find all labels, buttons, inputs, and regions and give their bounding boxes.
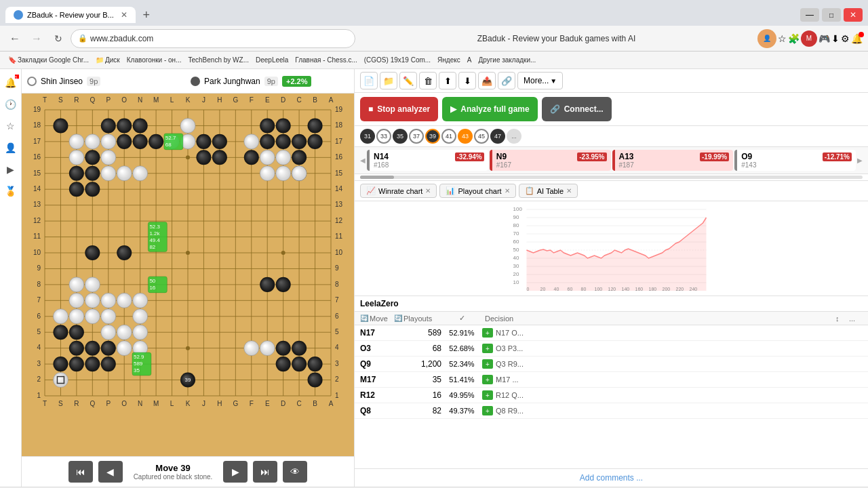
- scroll-track[interactable]: [360, 176, 863, 179]
- download-icon[interactable]: ⬇: [831, 33, 840, 44]
- profile-icon[interactable]: 👤: [757, 29, 776, 48]
- tool-folder-icon[interactable]: 📁: [380, 72, 397, 89]
- reload-button[interactable]: ↻: [49, 29, 68, 48]
- left-sidebar: 🔔1 🕐 ☆ 👤 ▶ 🏅: [0, 69, 22, 487]
- stop-analyzer-button[interactable]: ■ Stop analyzer: [360, 97, 438, 121]
- next-move-button[interactable]: ▶: [223, 461, 248, 483]
- more-button[interactable]: More... ▼: [517, 72, 563, 89]
- playout-chart-tab[interactable]: 📊 Playout chart ✕: [439, 184, 515, 198]
- playout-close-icon[interactable]: ✕: [505, 187, 510, 195]
- scroll-thumb: [360, 176, 394, 179]
- col-header-sort[interactable]: ↕: [835, 314, 849, 323]
- bookmark-8[interactable]: А: [465, 55, 475, 65]
- ai-table-tab[interactable]: 📋 AI Table ✕: [519, 184, 578, 198]
- move-chip-43[interactable]: 43: [458, 129, 473, 144]
- address-bar[interactable]: 🔒 www.zbaduk.com: [71, 29, 355, 48]
- sidebar-badge-icon[interactable]: 🏅: [3, 183, 19, 199]
- connect-button[interactable]: 🔗 Connect...: [542, 97, 612, 121]
- col-header-winrate[interactable]: ✓: [441, 314, 482, 323]
- move-chip-47[interactable]: 47: [490, 129, 505, 144]
- sidebar-history-icon[interactable]: 🕐: [3, 96, 19, 113]
- analysis-card-3[interactable]: O9 -12.71% #143: [734, 150, 856, 171]
- svg-marker-20: [527, 218, 707, 291]
- profile-btn[interactable]: M: [801, 30, 817, 47]
- sidebar-star-icon[interactable]: ☆: [3, 118, 19, 134]
- first-move-button[interactable]: ⏮: [68, 461, 93, 483]
- sidebar-play-icon[interactable]: ▶: [3, 161, 19, 178]
- table-icon: 📋: [525, 186, 534, 195]
- sidebar-bell-icon[interactable]: 🔔1: [3, 75, 19, 91]
- tool-upload-icon[interactable]: ⬆: [439, 72, 456, 89]
- ai-row-4[interactable]: R12 16 49.95% + R12 Q...: [355, 388, 868, 403]
- ai-row-2[interactable]: Q9 1,200 52.34% + Q3 R9...: [355, 357, 868, 372]
- ai-row-3[interactable]: M17 35 51.41% + M17 ...: [355, 372, 868, 388]
- bookmark-5[interactable]: Главная - Chess.c...: [292, 55, 359, 65]
- bookmark-1[interactable]: 📁 Диск: [93, 55, 123, 65]
- row-5-plus[interactable]: +: [482, 406, 493, 415]
- col-header-move[interactable]: 🔄 Move: [360, 314, 394, 323]
- add-comments[interactable]: Add comments ...: [355, 468, 868, 487]
- winrate-chart-tab[interactable]: 📈 Winrate chart ✕: [360, 184, 437, 198]
- row-4-plus[interactable]: +: [482, 390, 493, 400]
- browser-tab[interactable]: ZBaduk - Review your B... ✕: [5, 7, 136, 23]
- analysis-card-2[interactable]: A13 -19.99% #187: [612, 150, 734, 171]
- col-header-extra[interactable]: ...: [849, 314, 863, 323]
- settings-icon[interactable]: ⚙: [841, 33, 850, 44]
- tool-delete-icon[interactable]: 🗑: [419, 72, 437, 89]
- scroll-right-icon[interactable]: ▶: [857, 150, 863, 171]
- move-chip-45[interactable]: 45: [474, 129, 489, 144]
- scroll-left-icon[interactable]: ◀: [360, 150, 366, 171]
- ai-row-0[interactable]: N17 589 52.91% + N17 O...: [355, 325, 868, 341]
- tool-download-icon[interactable]: ⬇: [458, 72, 476, 89]
- bookmark-9[interactable]: Другие закладки...: [475, 55, 538, 65]
- move-chip-more[interactable]: ...: [507, 129, 521, 144]
- bookmark-4[interactable]: DeepLeela: [253, 55, 291, 65]
- bookmark-7[interactable]: Яндекс: [435, 55, 463, 65]
- analyze-full-game-button[interactable]: ▶ Analyze full game: [442, 97, 537, 121]
- tool-edit-icon[interactable]: ✏️: [399, 72, 417, 89]
- move-subtitle: Captured one black stone.: [134, 473, 213, 481]
- analysis-card-0[interactable]: N14 -32.94% #168: [367, 150, 488, 171]
- extensions-icon[interactable]: 🧩: [788, 33, 800, 44]
- winrate-close-icon[interactable]: ✕: [425, 187, 431, 195]
- bookmark-3[interactable]: TechBench by WZ...: [185, 55, 251, 65]
- gamepad-icon[interactable]: 🎮: [818, 33, 830, 44]
- go-board-canvas[interactable]: [28, 94, 347, 416]
- last-move-button[interactable]: ⏭: [253, 461, 277, 483]
- ai-row-5[interactable]: Q8 82 49.37% + Q8 R9...: [355, 403, 868, 419]
- minimize-button[interactable]: —: [800, 8, 819, 22]
- close-button[interactable]: ✕: [844, 8, 863, 22]
- forward-button[interactable]: →: [27, 29, 46, 48]
- back-button[interactable]: ←: [5, 29, 24, 48]
- row-3-plus[interactable]: +: [482, 375, 493, 384]
- move-chip-35[interactable]: 35: [393, 129, 408, 144]
- row-5-move: Q8: [360, 406, 394, 415]
- analysis-card-1[interactable]: N9 -23.95% #167: [490, 150, 611, 171]
- ai-row-1[interactable]: O3 68 52.68% + O3 P3...: [355, 341, 868, 357]
- tool-link-icon[interactable]: 🔗: [498, 72, 515, 89]
- prev-move-button[interactable]: ◀: [98, 461, 123, 483]
- row-2-plus[interactable]: +: [482, 359, 493, 369]
- bookmark-6[interactable]: (CGOS) 19x19 Com...: [361, 55, 433, 65]
- notification-icon[interactable]: 🔔: [851, 33, 863, 44]
- bookmark-star-icon[interactable]: ☆: [778, 33, 787, 44]
- maximize-button[interactable]: □: [822, 8, 841, 22]
- tool-file-icon[interactable]: 📄: [360, 72, 378, 89]
- row-0-plus[interactable]: +: [482, 328, 493, 338]
- ai-table-close-icon[interactable]: ✕: [566, 187, 572, 195]
- bookmark-2[interactable]: Клавогонки - он...: [124, 55, 184, 65]
- move-chip-39[interactable]: 39: [425, 129, 440, 144]
- bookmark-0[interactable]: 🔖 Закладки Google Chr...: [5, 55, 92, 65]
- move-chip-41[interactable]: 41: [441, 129, 456, 144]
- new-tab-button[interactable]: +: [138, 7, 155, 23]
- sidebar-person-icon[interactable]: 👤: [3, 140, 19, 156]
- tool-share-icon[interactable]: 📤: [478, 72, 496, 89]
- tab-close-icon[interactable]: ✕: [121, 10, 127, 20]
- col-header-playouts[interactable]: 🔄 Playouts: [394, 314, 441, 323]
- move-chip-31[interactable]: 31: [360, 129, 375, 144]
- eye-button[interactable]: 👁: [283, 461, 307, 483]
- go-board-wrapper[interactable]: [22, 94, 354, 456]
- move-chip-33[interactable]: 33: [376, 129, 391, 144]
- move-chip-37[interactable]: 37: [409, 129, 424, 144]
- row-1-plus[interactable]: +: [482, 344, 493, 353]
